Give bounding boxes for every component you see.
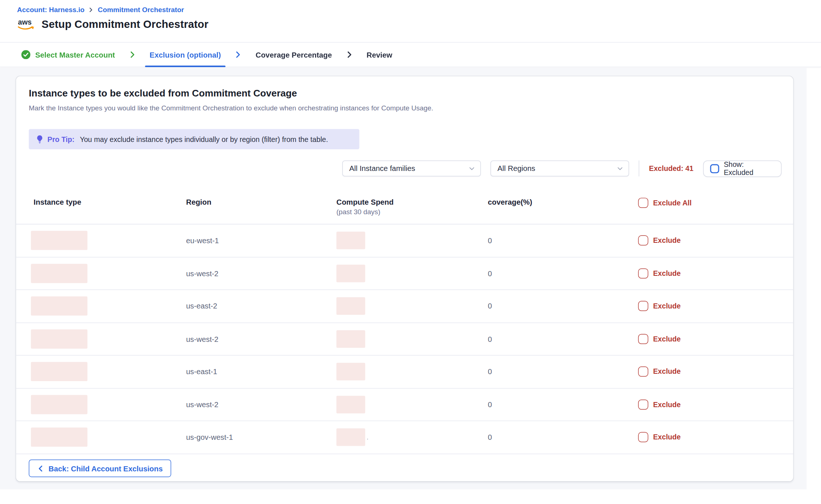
exclude-label: Exclude: [653, 237, 680, 245]
regions-value: All Regions: [497, 164, 535, 173]
header-compute-spend: Compute Spend (past 30 days): [336, 198, 394, 216]
exclude-label: Exclude: [653, 335, 680, 343]
exclude-label: Exclude: [653, 269, 680, 277]
compute-spend-redacted: [336, 232, 365, 249]
exclude-cell: Exclude: [638, 235, 681, 246]
region-cell: us-west-2: [186, 400, 218, 409]
table-row: eu-west-1 0 Exclude: [16, 224, 793, 257]
excluded-count: Excluded: 41: [649, 164, 693, 172]
chevron-left-icon: [37, 465, 44, 471]
compute-spend-redacted: [336, 428, 365, 446]
compute-spend-cell: .: [336, 428, 368, 446]
compute-spend-redacted: [336, 363, 365, 380]
compute-spend-redacted: [336, 330, 365, 348]
show-excluded-toggle[interactable]: Show: Excluded: [703, 160, 781, 177]
pro-tip-label: Pro Tip:: [47, 135, 74, 143]
instance-type-redacted-cell: [31, 264, 87, 283]
exclude-all-checkbox[interactable]: [638, 198, 649, 208]
step-coverage-percentage[interactable]: Coverage Percentage: [256, 43, 332, 66]
region-cell: us-east-2: [186, 302, 217, 310]
wizard-stepper: Select Master Account Exclusion (optiona…: [0, 42, 821, 67]
exclude-all-label: Exclude All: [653, 199, 692, 207]
breadcrumb-page-link[interactable]: Commitment Orchestrator: [98, 6, 184, 14]
compute-spend-cell: [336, 232, 367, 249]
instance-families-select[interactable]: All Instance families: [342, 160, 481, 176]
chevron-right-icon: [89, 7, 94, 12]
header-region: Region: [186, 198, 211, 206]
coverage-cell: 0: [488, 236, 492, 245]
show-excluded-checkbox[interactable]: [710, 164, 719, 173]
page-title: Setup Commitment Orchestrator: [41, 18, 208, 30]
chevron-down-icon: [469, 165, 475, 172]
instance-families-value: All Instance families: [349, 164, 415, 173]
table-row: us-east-2 0 Exclude: [16, 290, 793, 323]
content-area: Instance types to be excluded from Commi…: [0, 68, 807, 490]
step-label: Review: [366, 50, 392, 59]
check-circle-icon: [21, 50, 30, 59]
header-exclude-all: Exclude All: [638, 198, 692, 208]
exclude-checkbox[interactable]: [638, 366, 649, 377]
region-cell: eu-west-1: [186, 236, 219, 245]
exclude-cell: Exclude: [638, 399, 681, 410]
coverage-cell: 0: [488, 433, 492, 441]
exclusion-panel: Instance types to be excluded from Commi…: [16, 76, 793, 481]
table-header: Instance type Region Compute Spend (past…: [16, 198, 793, 224]
compute-spend-redacted: [336, 396, 365, 413]
exclude-checkbox[interactable]: [638, 235, 649, 246]
coverage-cell: 0: [488, 302, 492, 310]
header-instance-type: Instance type: [34, 198, 81, 206]
compute-suffix: .: [367, 434, 368, 440]
coverage-cell: 0: [488, 269, 492, 278]
region-cell: us-gov-west-1: [186, 433, 233, 441]
exclude-checkbox[interactable]: [638, 432, 649, 442]
step-select-master-account[interactable]: Select Master Account: [21, 43, 115, 66]
exclude-label: Exclude: [653, 368, 680, 376]
exclude-label: Exclude: [653, 302, 680, 310]
chevron-right-icon: [346, 43, 353, 66]
exclude-cell: Exclude: [638, 268, 681, 278]
step-exclusion-optional[interactable]: Exclusion (optional): [150, 43, 221, 66]
exclude-checkbox[interactable]: [638, 301, 649, 311]
chevron-down-icon: [617, 165, 623, 172]
exclude-cell: Exclude: [638, 334, 681, 344]
panel-subtitle: Mark the Instance types you would like t…: [29, 104, 433, 112]
exclude-checkbox[interactable]: [638, 399, 649, 410]
panel-title: Instance types to be excluded from Commi…: [29, 88, 297, 99]
instance-type-redacted-cell: [31, 231, 87, 250]
table-body: eu-west-1 0 Exclude us-west-2 0 Exclude …: [16, 224, 793, 454]
regions-select[interactable]: All Regions: [490, 160, 629, 176]
table-row: us-west-2 0 Exclude: [16, 323, 793, 355]
exclude-label: Exclude: [653, 433, 680, 441]
step-review[interactable]: Review: [366, 43, 392, 66]
exclude-cell: Exclude: [638, 432, 681, 442]
step-label: Select Master Account: [35, 50, 115, 59]
step-label: Coverage Percentage: [256, 50, 332, 59]
table-row: us-east-1 0 Exclude: [16, 355, 793, 388]
table-row: us-gov-west-1 . 0 Exclude: [16, 421, 793, 454]
instance-type-redacted-cell: [31, 362, 87, 381]
svg-text:aws: aws: [18, 18, 32, 26]
table-row: us-west-2 0 Exclude: [16, 257, 793, 290]
exclude-checkbox[interactable]: [638, 268, 649, 278]
breadcrumb-account-link[interactable]: Account: Harness.io: [17, 6, 85, 14]
region-cell: us-west-2: [186, 269, 218, 278]
back-button[interactable]: Back: Child Account Exclusions: [29, 460, 171, 477]
top-bar: Account: Harness.io Commitment Orchestra…: [0, 0, 821, 42]
header-coverage: coverage(%): [488, 198, 532, 206]
table-row: us-west-2 0 Exclude: [16, 388, 793, 421]
region-cell: us-west-2: [186, 335, 218, 343]
exclude-cell: Exclude: [638, 301, 681, 311]
page: Account: Harness.io Commitment Orchestra…: [0, 0, 821, 504]
exclude-cell: Exclude: [638, 366, 681, 377]
chevron-right-icon: [129, 43, 136, 66]
instance-type-redacted-cell: [31, 395, 87, 414]
instance-type-redacted-cell: [31, 329, 87, 348]
instance-type-redacted-cell: [31, 296, 87, 315]
exclude-checkbox[interactable]: [638, 334, 649, 344]
aws-logo: aws: [17, 18, 35, 31]
exclude-label: Exclude: [653, 401, 680, 409]
filter-row: All Instance families All Regions Exclud…: [342, 160, 781, 176]
coverage-cell: 0: [488, 335, 492, 343]
pro-tip-text: You may exclude instance types individua…: [80, 135, 328, 143]
instance-type-redacted-cell: [31, 428, 87, 447]
